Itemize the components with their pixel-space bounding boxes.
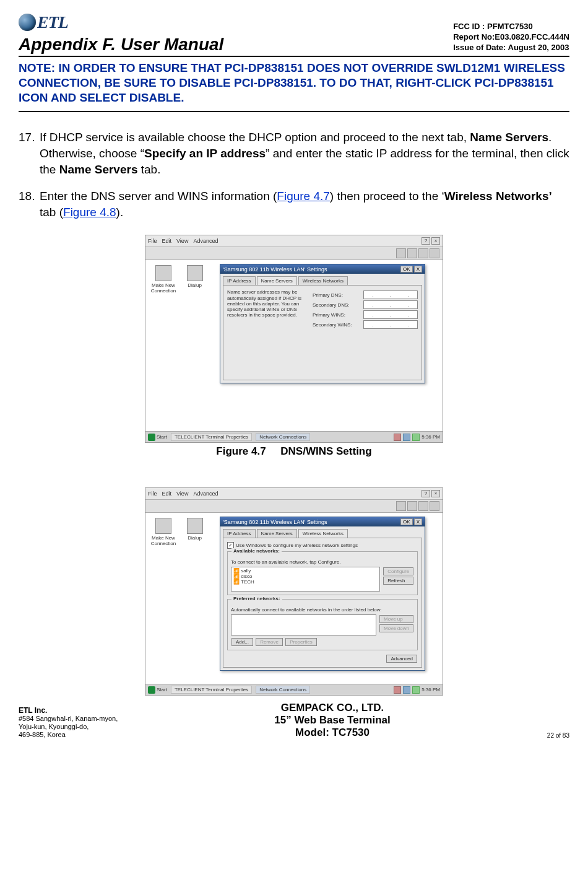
footer-addr2: Yoju-kun, Kyounggi-do, [19, 723, 118, 731]
help-icon[interactable]: ? [422, 237, 430, 245]
move-up-button[interactable]: Move up [379, 615, 413, 623]
appendix-title: Appendix F. User Manual [19, 35, 223, 55]
tray-icon[interactable] [394, 686, 401, 694]
label-primary-dns: Primary DNS: [313, 292, 361, 298]
tray-icon[interactable] [412, 434, 420, 441]
group-desc: To connect to an available network, tap … [231, 559, 414, 565]
dialog-titlebar: 'Samsung 802.11b Wireless LAN' Settings … [220, 264, 425, 274]
toolbar-icon[interactable] [407, 501, 417, 511]
close-button[interactable]: X [414, 518, 422, 525]
toolbar-icon[interactable] [418, 248, 428, 258]
help-icon[interactable]: ? [422, 490, 430, 497]
footer-addr1: #584 Sangwhal-ri, Kanam-myon, [19, 715, 118, 723]
taskbar-item-1[interactable]: TELECLIENT Terminal Properties [171, 433, 252, 441]
tab-ip-address[interactable]: IP Address [223, 529, 256, 538]
address-toolbar [145, 500, 443, 513]
menu-view[interactable]: View [176, 491, 188, 497]
link-figure-4-7[interactable]: Figure 4.7 [277, 190, 330, 203]
advanced-button[interactable]: Advanced [386, 655, 417, 663]
toolbar-icon[interactable] [407, 248, 417, 258]
page-header: ETL Appendix F. User Manual FCC ID : PFM… [19, 12, 569, 57]
close-button[interactable]: X [414, 266, 422, 273]
taskbar: Start TELECLIENT Terminal Properties Net… [145, 431, 443, 442]
close-icon[interactable]: × [431, 237, 440, 245]
bold: Specify an IP address [144, 147, 266, 160]
window-menubar: File Edit View Advanced ? × [145, 488, 443, 500]
group-title: Preferred networks: [231, 596, 282, 601]
menu-file[interactable]: File [148, 491, 157, 497]
text: ) then proceed to the ‘ [330, 190, 444, 203]
tray-icon[interactable] [403, 686, 410, 694]
ok-button[interactable]: OK [400, 266, 413, 273]
input-primary-dns[interactable]: ... [363, 290, 418, 299]
configure-button[interactable]: Configure [383, 567, 413, 575]
menu-advanced[interactable]: Advanced [193, 491, 218, 497]
icon-dialup[interactable]: Dialup [182, 265, 208, 288]
add-button[interactable]: Add... [231, 638, 253, 646]
label-secondary-wins: Secondary WINS: [313, 322, 361, 328]
listbox-available[interactable]: 📶 sally 📶 cisco 📶 TECH [231, 567, 380, 592]
tray-icon[interactable] [412, 686, 420, 694]
address-toolbar [145, 247, 443, 260]
window-body: Make New Connection Dialup 'Samsung 802.… [145, 513, 443, 684]
list-item[interactable]: 📶 sally [233, 569, 378, 574]
move-down-button[interactable]: Move down [379, 624, 413, 632]
tray-icon[interactable] [403, 434, 410, 441]
menu-view[interactable]: View [176, 238, 188, 244]
dialup-icon [187, 265, 203, 281]
ok-button[interactable]: OK [400, 518, 413, 525]
toolbar-icon[interactable] [396, 248, 406, 258]
link-figure-4-8[interactable]: Figure 4.8 [63, 206, 116, 219]
taskbar-item-2[interactable]: Network Connections [256, 433, 310, 441]
icon-make-new-connection[interactable]: Make New Connection [150, 265, 176, 294]
start-button[interactable]: Start [148, 686, 167, 694]
menu-advanced[interactable]: Advanced [193, 238, 218, 244]
tray-icon[interactable] [394, 434, 401, 441]
step-17: If DHCP service is available choose the … [19, 129, 569, 177]
clock: 5:36 PM [422, 687, 440, 692]
menu-edit[interactable]: Edit [162, 238, 172, 244]
close-icon[interactable]: × [431, 490, 440, 497]
page-footer: ETL Inc. #584 Sangwhal-ri, Kanam-myon, Y… [19, 702, 569, 739]
input-secondary-wins[interactable]: ... [363, 320, 418, 329]
tab-ip-address[interactable]: IP Address [223, 276, 256, 285]
tab-wireless-networks[interactable]: Wireless Networks [298, 529, 348, 538]
list-item[interactable]: 📶 TECH [233, 580, 378, 585]
footer-model: Model: TC7530 [274, 727, 390, 739]
dialog-title: 'Samsung 802.11b Wireless LAN' Settings [223, 266, 327, 273]
footer-gempack: GEMPACK CO., LTD. [274, 702, 390, 714]
toolbar-icon[interactable] [396, 501, 406, 511]
tab-name-servers[interactable]: Name Servers [257, 276, 297, 285]
remove-button[interactable]: Remove [256, 638, 283, 646]
note-text: NOTE: IN ORDER TO ENSURE THAT PCI-DP8381… [19, 61, 569, 105]
dns-description: Name server addresses may be automatical… [227, 289, 306, 330]
input-secondary-dns[interactable]: ... [363, 300, 418, 309]
listbox-preferred[interactable] [231, 614, 376, 635]
toolbar-icon[interactable] [418, 501, 428, 511]
figure-number: Figure 4.7 [216, 445, 266, 457]
toolbar-icon[interactable] [430, 501, 439, 511]
dialog-title: 'Samsung 802.11b Wireless LAN' Settings [223, 519, 327, 525]
tab-wireless-networks[interactable]: Wireless Networks [298, 276, 348, 285]
group-title: Available networks: [231, 548, 282, 554]
separator-line [19, 111, 569, 112]
properties-button[interactable]: Properties [285, 638, 316, 646]
menu-edit[interactable]: Edit [162, 491, 172, 497]
screenshot-wireless: File Edit View Advanced ? × Make New Con… [145, 487, 443, 696]
icon-make-new-connection[interactable]: Make New Connection [150, 518, 176, 546]
header-right: FCC ID : PFMTC7530 Report No:E03.0820.FC… [453, 22, 569, 55]
footer-company: ETL Inc. [19, 706, 118, 715]
taskbar-item-2[interactable]: Network Connections [256, 686, 310, 694]
input-primary-wins[interactable]: ... [363, 310, 418, 319]
taskbar-item-1[interactable]: TELECLIENT Terminal Properties [171, 686, 252, 694]
refresh-button[interactable]: Refresh [383, 577, 413, 585]
footer-center: GEMPACK CO., LTD. 15” Web Base Terminal … [274, 702, 390, 739]
icon-dialup[interactable]: Dialup [182, 518, 208, 541]
start-button[interactable]: Start [148, 434, 167, 441]
toolbar-icon[interactable] [430, 248, 439, 258]
start-icon [148, 686, 155, 694]
taskbar: Start TELECLIENT Terminal Properties Net… [145, 684, 443, 695]
menu-file[interactable]: File [148, 238, 157, 244]
tab-name-servers[interactable]: Name Servers [257, 529, 297, 538]
list-item[interactable]: 📶 cisco [233, 574, 378, 580]
